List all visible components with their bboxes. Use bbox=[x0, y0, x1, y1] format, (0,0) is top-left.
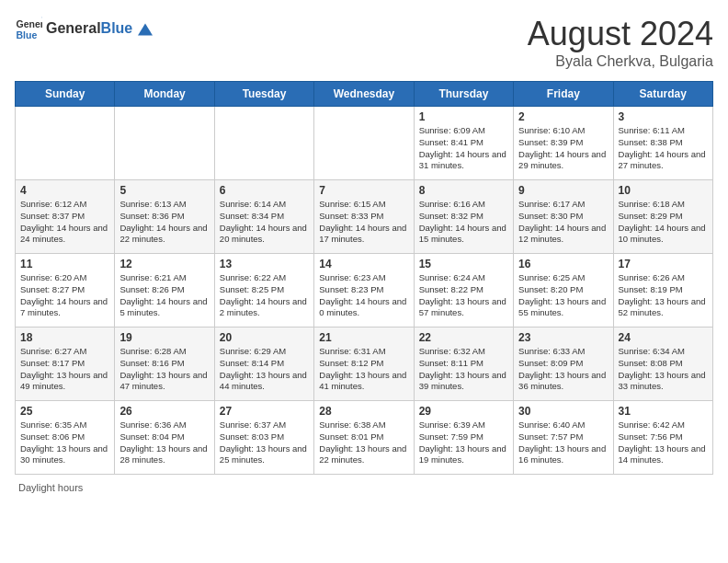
logo-icon: General Blue bbox=[15, 15, 42, 42]
day-content: Sunrise: 6:20 AM Sunset: 8:27 PM Dayligh… bbox=[20, 272, 109, 319]
table-row: 15Sunrise: 6:24 AM Sunset: 8:22 PM Dayli… bbox=[414, 254, 513, 327]
calendar-week-row: 11Sunrise: 6:20 AM Sunset: 8:27 PM Dayli… bbox=[16, 254, 713, 327]
day-content: Sunrise: 6:40 AM Sunset: 7:57 PM Dayligh… bbox=[518, 419, 608, 466]
calendar-table: Sunday Monday Tuesday Wednesday Thursday… bbox=[15, 81, 713, 475]
table-row bbox=[16, 107, 115, 180]
day-number: 12 bbox=[119, 258, 209, 270]
table-row: 14Sunrise: 6:23 AM Sunset: 8:23 PM Dayli… bbox=[314, 254, 414, 327]
location-subtitle: Byala Cherkva, Bulgaria bbox=[528, 53, 713, 70]
table-row bbox=[115, 107, 214, 180]
day-content: Sunrise: 6:31 AM Sunset: 8:12 PM Dayligh… bbox=[319, 346, 408, 393]
day-number: 9 bbox=[518, 184, 608, 197]
table-row: 21Sunrise: 6:31 AM Sunset: 8:12 PM Dayli… bbox=[314, 327, 414, 401]
day-content: Sunrise: 6:10 AM Sunset: 8:39 PM Dayligh… bbox=[518, 125, 608, 172]
day-content: Sunrise: 6:39 AM Sunset: 7:59 PM Dayligh… bbox=[419, 419, 508, 466]
table-row bbox=[214, 107, 313, 180]
day-number: 25 bbox=[20, 405, 109, 418]
day-content: Sunrise: 6:35 AM Sunset: 8:06 PM Dayligh… bbox=[20, 419, 109, 466]
table-row: 30Sunrise: 6:40 AM Sunset: 7:57 PM Dayli… bbox=[514, 401, 613, 475]
month-year-title: August 2024 bbox=[528, 15, 713, 53]
calendar-body: 1Sunrise: 6:09 AM Sunset: 8:41 PM Daylig… bbox=[16, 107, 713, 475]
table-row bbox=[314, 107, 414, 180]
table-row: 20Sunrise: 6:29 AM Sunset: 8:14 PM Dayli… bbox=[214, 327, 313, 401]
col-sunday: Sunday bbox=[16, 82, 115, 107]
day-content: Sunrise: 6:42 AM Sunset: 7:56 PM Dayligh… bbox=[619, 419, 708, 466]
day-number: 27 bbox=[220, 405, 309, 418]
day-number: 6 bbox=[220, 184, 309, 197]
day-content: Sunrise: 6:12 AM Sunset: 8:37 PM Dayligh… bbox=[20, 199, 109, 246]
day-number: 31 bbox=[619, 405, 708, 418]
day-number: 11 bbox=[20, 258, 109, 270]
table-row: 17Sunrise: 6:26 AM Sunset: 8:19 PM Dayli… bbox=[613, 254, 712, 327]
day-content: Sunrise: 6:13 AM Sunset: 8:36 PM Dayligh… bbox=[119, 199, 209, 246]
day-number: 15 bbox=[419, 258, 508, 270]
header: General Blue GeneralBlue August 2024 Bya… bbox=[15, 15, 713, 70]
calendar-week-row: 25Sunrise: 6:35 AM Sunset: 8:06 PM Dayli… bbox=[16, 401, 713, 475]
col-friday: Friday bbox=[514, 82, 613, 107]
table-row: 11Sunrise: 6:20 AM Sunset: 8:27 PM Dayli… bbox=[16, 254, 115, 327]
svg-text:General: General bbox=[17, 18, 43, 29]
day-number: 13 bbox=[220, 258, 309, 270]
col-wednesday: Wednesday bbox=[314, 82, 414, 107]
table-row: 7Sunrise: 6:15 AM Sunset: 8:33 PM Daylig… bbox=[314, 180, 414, 254]
table-row: 3Sunrise: 6:11 AM Sunset: 8:38 PM Daylig… bbox=[613, 107, 712, 180]
day-number: 8 bbox=[419, 184, 508, 197]
day-content: Sunrise: 6:37 AM Sunset: 8:03 PM Dayligh… bbox=[220, 419, 309, 466]
day-number: 5 bbox=[119, 184, 209, 197]
col-thursday: Thursday bbox=[414, 82, 513, 107]
day-number: 21 bbox=[319, 331, 408, 344]
day-content: Sunrise: 6:09 AM Sunset: 8:41 PM Dayligh… bbox=[419, 125, 508, 172]
table-row: 2Sunrise: 6:10 AM Sunset: 8:39 PM Daylig… bbox=[514, 107, 613, 180]
table-row: 1Sunrise: 6:09 AM Sunset: 8:41 PM Daylig… bbox=[414, 107, 513, 180]
calendar-header: Sunday Monday Tuesday Wednesday Thursday… bbox=[16, 82, 713, 107]
day-number: 18 bbox=[20, 331, 109, 344]
table-row: 12Sunrise: 6:21 AM Sunset: 8:26 PM Dayli… bbox=[115, 254, 214, 327]
day-number: 30 bbox=[518, 405, 608, 418]
day-number: 20 bbox=[220, 331, 309, 344]
day-content: Sunrise: 6:22 AM Sunset: 8:25 PM Dayligh… bbox=[220, 272, 309, 319]
table-row: 10Sunrise: 6:18 AM Sunset: 8:29 PM Dayli… bbox=[613, 180, 712, 254]
table-row: 6Sunrise: 6:14 AM Sunset: 8:34 PM Daylig… bbox=[214, 180, 313, 254]
title-area: August 2024 Byala Cherkva, Bulgaria bbox=[528, 15, 713, 70]
day-content: Sunrise: 6:32 AM Sunset: 8:11 PM Dayligh… bbox=[419, 346, 508, 393]
day-content: Sunrise: 6:26 AM Sunset: 8:19 PM Dayligh… bbox=[619, 272, 708, 319]
day-content: Sunrise: 6:38 AM Sunset: 8:01 PM Dayligh… bbox=[319, 419, 408, 466]
day-number: 10 bbox=[619, 184, 708, 197]
col-monday: Monday bbox=[115, 82, 214, 107]
day-number: 1 bbox=[419, 110, 508, 123]
table-row: 31Sunrise: 6:42 AM Sunset: 7:56 PM Dayli… bbox=[613, 401, 712, 475]
table-row: 28Sunrise: 6:38 AM Sunset: 8:01 PM Dayli… bbox=[314, 401, 414, 475]
day-content: Sunrise: 6:28 AM Sunset: 8:16 PM Dayligh… bbox=[119, 346, 209, 393]
day-content: Sunrise: 6:15 AM Sunset: 8:33 PM Dayligh… bbox=[319, 199, 408, 246]
logo-blue: Blue bbox=[101, 20, 133, 36]
day-content: Sunrise: 6:27 AM Sunset: 8:17 PM Dayligh… bbox=[20, 346, 109, 393]
day-content: Sunrise: 6:34 AM Sunset: 8:08 PM Dayligh… bbox=[619, 346, 708, 393]
table-row: 23Sunrise: 6:33 AM Sunset: 8:09 PM Dayli… bbox=[514, 327, 613, 401]
day-content: Sunrise: 6:11 AM Sunset: 8:38 PM Dayligh… bbox=[619, 125, 708, 172]
logo-text: GeneralBlue bbox=[46, 20, 153, 37]
day-content: Sunrise: 6:17 AM Sunset: 8:30 PM Dayligh… bbox=[518, 199, 608, 246]
day-number: 24 bbox=[619, 331, 708, 344]
table-row: 25Sunrise: 6:35 AM Sunset: 8:06 PM Dayli… bbox=[16, 401, 115, 475]
day-number: 22 bbox=[419, 331, 508, 344]
table-row: 8Sunrise: 6:16 AM Sunset: 8:32 PM Daylig… bbox=[414, 180, 513, 254]
table-row: 9Sunrise: 6:17 AM Sunset: 8:30 PM Daylig… bbox=[514, 180, 613, 254]
day-number: 29 bbox=[419, 405, 508, 418]
table-row: 26Sunrise: 6:36 AM Sunset: 8:04 PM Dayli… bbox=[115, 401, 214, 475]
svg-text:Blue: Blue bbox=[17, 29, 38, 40]
days-header-row: Sunday Monday Tuesday Wednesday Thursday… bbox=[16, 82, 713, 107]
day-content: Sunrise: 6:23 AM Sunset: 8:23 PM Dayligh… bbox=[319, 272, 408, 319]
col-tuesday: Tuesday bbox=[214, 82, 313, 107]
table-row: 22Sunrise: 6:32 AM Sunset: 8:11 PM Dayli… bbox=[414, 327, 513, 401]
table-row: 4Sunrise: 6:12 AM Sunset: 8:37 PM Daylig… bbox=[16, 180, 115, 254]
table-row: 19Sunrise: 6:28 AM Sunset: 8:16 PM Dayli… bbox=[115, 327, 214, 401]
svg-marker-3 bbox=[138, 23, 153, 35]
day-content: Sunrise: 6:33 AM Sunset: 8:09 PM Dayligh… bbox=[518, 346, 608, 393]
day-content: Sunrise: 6:16 AM Sunset: 8:32 PM Dayligh… bbox=[419, 199, 508, 246]
day-number: 28 bbox=[319, 405, 408, 418]
day-content: Sunrise: 6:24 AM Sunset: 8:22 PM Dayligh… bbox=[419, 272, 508, 319]
logo: General Blue GeneralBlue bbox=[15, 15, 153, 42]
col-saturday: Saturday bbox=[613, 82, 712, 107]
table-row: 29Sunrise: 6:39 AM Sunset: 7:59 PM Dayli… bbox=[414, 401, 513, 475]
day-number: 17 bbox=[619, 258, 708, 270]
